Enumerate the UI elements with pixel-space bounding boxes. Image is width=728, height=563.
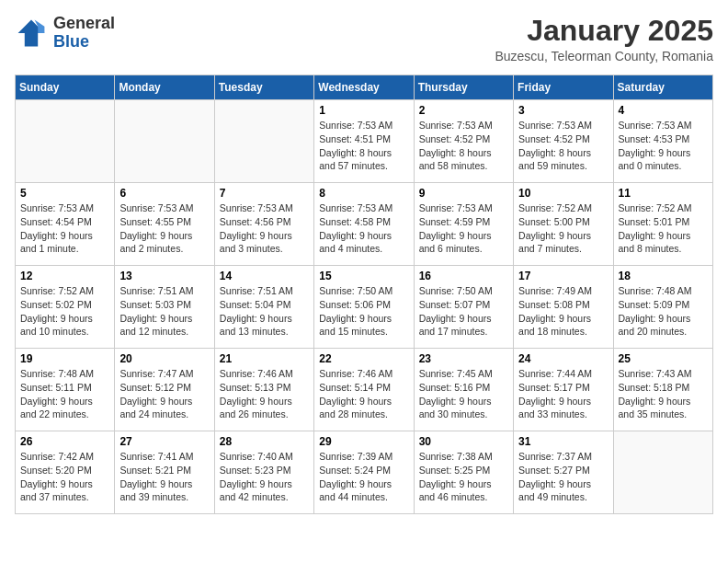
day-number: 4 bbox=[619, 104, 708, 117]
day-number: 10 bbox=[518, 187, 608, 200]
day-info: Sunrise: 7:45 AM Sunset: 5:16 PM Dayligh… bbox=[419, 367, 508, 421]
calendar-cell: 5Sunrise: 7:53 AM Sunset: 4:54 PM Daylig… bbox=[16, 183, 115, 266]
calendar-cell: 25Sunrise: 7:43 AM Sunset: 5:18 PM Dayli… bbox=[613, 349, 712, 431]
day-number: 30 bbox=[419, 435, 508, 448]
day-number: 7 bbox=[220, 187, 309, 200]
day-info: Sunrise: 7:53 AM Sunset: 4:58 PM Dayligh… bbox=[319, 201, 408, 256]
day-number: 21 bbox=[220, 352, 309, 365]
calendar-cell: 2Sunrise: 7:53 AM Sunset: 4:52 PM Daylig… bbox=[414, 100, 513, 183]
day-number: 8 bbox=[319, 187, 408, 200]
day-number: 26 bbox=[20, 435, 109, 448]
week-row-1: 1Sunrise: 7:53 AM Sunset: 4:51 PM Daylig… bbox=[16, 100, 713, 183]
calendar-cell: 23Sunrise: 7:45 AM Sunset: 5:16 PM Dayli… bbox=[414, 349, 513, 431]
calendar-cell: 17Sunrise: 7:49 AM Sunset: 5:08 PM Dayli… bbox=[514, 266, 613, 349]
weekday-header-row: SundayMondayTuesdayWednesdayThursdayFrid… bbox=[16, 75, 713, 100]
day-number: 31 bbox=[518, 435, 608, 448]
title-block: January 2025 Buzescu, Teleorman County, … bbox=[495, 15, 713, 63]
logo-icon bbox=[15, 17, 48, 50]
week-row-5: 26Sunrise: 7:42 AM Sunset: 5:20 PM Dayli… bbox=[16, 431, 713, 514]
day-info: Sunrise: 7:53 AM Sunset: 4:54 PM Dayligh… bbox=[20, 201, 109, 256]
day-number: 9 bbox=[419, 187, 508, 200]
month-title: January 2025 bbox=[495, 15, 713, 47]
day-info: Sunrise: 7:50 AM Sunset: 5:07 PM Dayligh… bbox=[419, 284, 508, 339]
day-number: 24 bbox=[518, 352, 608, 365]
day-info: Sunrise: 7:40 AM Sunset: 5:23 PM Dayligh… bbox=[220, 450, 309, 504]
day-info: Sunrise: 7:37 AM Sunset: 5:27 PM Dayligh… bbox=[518, 450, 608, 504]
day-number: 12 bbox=[20, 270, 109, 282]
weekday-header-friday: Friday bbox=[514, 75, 613, 100]
calendar-cell: 11Sunrise: 7:52 AM Sunset: 5:01 PM Dayli… bbox=[613, 183, 712, 266]
day-number: 23 bbox=[419, 352, 508, 365]
day-number: 22 bbox=[319, 352, 408, 365]
day-info: Sunrise: 7:53 AM Sunset: 4:52 PM Dayligh… bbox=[419, 119, 508, 173]
calendar-cell: 15Sunrise: 7:50 AM Sunset: 5:06 PM Dayli… bbox=[314, 266, 414, 349]
calendar-cell: 27Sunrise: 7:41 AM Sunset: 5:21 PM Dayli… bbox=[115, 431, 214, 514]
day-number: 3 bbox=[518, 104, 608, 117]
calendar-cell: 21Sunrise: 7:46 AM Sunset: 5:13 PM Dayli… bbox=[214, 349, 313, 431]
day-info: Sunrise: 7:48 AM Sunset: 5:09 PM Dayligh… bbox=[619, 284, 708, 339]
calendar-cell: 26Sunrise: 7:42 AM Sunset: 5:20 PM Dayli… bbox=[16, 431, 115, 514]
day-info: Sunrise: 7:47 AM Sunset: 5:12 PM Dayligh… bbox=[119, 367, 209, 421]
day-info: Sunrise: 7:38 AM Sunset: 5:25 PM Dayligh… bbox=[419, 450, 508, 504]
calendar-cell: 4Sunrise: 7:53 AM Sunset: 4:53 PM Daylig… bbox=[613, 100, 712, 183]
day-info: Sunrise: 7:52 AM Sunset: 5:00 PM Dayligh… bbox=[518, 201, 608, 256]
calendar-cell: 20Sunrise: 7:47 AM Sunset: 5:12 PM Dayli… bbox=[115, 349, 214, 431]
day-info: Sunrise: 7:51 AM Sunset: 5:04 PM Dayligh… bbox=[220, 284, 309, 339]
calendar-cell: 22Sunrise: 7:46 AM Sunset: 5:14 PM Dayli… bbox=[314, 349, 414, 431]
day-number: 20 bbox=[119, 352, 209, 365]
day-number: 6 bbox=[119, 187, 209, 200]
calendar-cell: 28Sunrise: 7:40 AM Sunset: 5:23 PM Dayli… bbox=[214, 431, 313, 514]
weekday-header-monday: Monday bbox=[115, 75, 214, 100]
day-info: Sunrise: 7:44 AM Sunset: 5:17 PM Dayligh… bbox=[518, 367, 608, 421]
calendar-cell: 12Sunrise: 7:52 AM Sunset: 5:02 PM Dayli… bbox=[16, 266, 115, 349]
day-number: 27 bbox=[119, 435, 209, 448]
calendar-cell: 8Sunrise: 7:53 AM Sunset: 4:58 PM Daylig… bbox=[314, 183, 414, 266]
page-header: General Blue January 2025 Buzescu, Teleo… bbox=[15, 15, 713, 63]
day-info: Sunrise: 7:53 AM Sunset: 4:51 PM Dayligh… bbox=[319, 119, 408, 173]
day-number: 15 bbox=[319, 270, 408, 282]
day-info: Sunrise: 7:49 AM Sunset: 5:08 PM Dayligh… bbox=[518, 284, 608, 339]
calendar-cell: 29Sunrise: 7:39 AM Sunset: 5:24 PM Dayli… bbox=[314, 431, 414, 514]
weekday-header-tuesday: Tuesday bbox=[214, 75, 313, 100]
week-row-4: 19Sunrise: 7:48 AM Sunset: 5:11 PM Dayli… bbox=[16, 349, 713, 431]
calendar-table: SundayMondayTuesdayWednesdayThursdayFrid… bbox=[15, 75, 713, 514]
calendar-cell: 30Sunrise: 7:38 AM Sunset: 5:25 PM Dayli… bbox=[414, 431, 513, 514]
day-info: Sunrise: 7:41 AM Sunset: 5:21 PM Dayligh… bbox=[119, 450, 209, 504]
day-info: Sunrise: 7:51 AM Sunset: 5:03 PM Dayligh… bbox=[119, 284, 209, 339]
day-number: 17 bbox=[518, 270, 608, 282]
day-number: 1 bbox=[319, 104, 408, 117]
day-info: Sunrise: 7:50 AM Sunset: 5:06 PM Dayligh… bbox=[319, 284, 408, 339]
calendar-cell: 31Sunrise: 7:37 AM Sunset: 5:27 PM Dayli… bbox=[514, 431, 613, 514]
day-number: 11 bbox=[619, 187, 708, 200]
week-row-3: 12Sunrise: 7:52 AM Sunset: 5:02 PM Dayli… bbox=[16, 266, 713, 349]
week-row-2: 5Sunrise: 7:53 AM Sunset: 4:54 PM Daylig… bbox=[16, 183, 713, 266]
calendar-cell: 3Sunrise: 7:53 AM Sunset: 4:52 PM Daylig… bbox=[514, 100, 613, 183]
day-info: Sunrise: 7:48 AM Sunset: 5:11 PM Dayligh… bbox=[20, 367, 109, 421]
calendar-cell: 10Sunrise: 7:52 AM Sunset: 5:00 PM Dayli… bbox=[514, 183, 613, 266]
day-number: 16 bbox=[419, 270, 508, 282]
day-info: Sunrise: 7:39 AM Sunset: 5:24 PM Dayligh… bbox=[319, 450, 408, 504]
day-info: Sunrise: 7:46 AM Sunset: 5:13 PM Dayligh… bbox=[220, 367, 309, 421]
day-number: 5 bbox=[20, 187, 109, 200]
calendar-cell: 1Sunrise: 7:53 AM Sunset: 4:51 PM Daylig… bbox=[314, 100, 414, 183]
day-info: Sunrise: 7:52 AM Sunset: 5:02 PM Dayligh… bbox=[20, 284, 109, 339]
calendar-cell bbox=[214, 100, 313, 183]
weekday-header-sunday: Sunday bbox=[16, 75, 115, 100]
day-info: Sunrise: 7:53 AM Sunset: 4:52 PM Dayligh… bbox=[518, 119, 608, 173]
day-info: Sunrise: 7:43 AM Sunset: 5:18 PM Dayligh… bbox=[619, 367, 708, 421]
calendar-cell: 14Sunrise: 7:51 AM Sunset: 5:04 PM Dayli… bbox=[214, 266, 313, 349]
calendar-cell bbox=[16, 100, 115, 183]
day-info: Sunrise: 7:42 AM Sunset: 5:20 PM Dayligh… bbox=[20, 450, 109, 504]
day-info: Sunrise: 7:53 AM Sunset: 4:56 PM Dayligh… bbox=[220, 201, 309, 256]
day-number: 29 bbox=[319, 435, 408, 448]
calendar-cell: 19Sunrise: 7:48 AM Sunset: 5:11 PM Dayli… bbox=[16, 349, 115, 431]
calendar-cell bbox=[613, 431, 712, 514]
day-number: 19 bbox=[20, 352, 109, 365]
weekday-header-thursday: Thursday bbox=[414, 75, 513, 100]
calendar-cell: 13Sunrise: 7:51 AM Sunset: 5:03 PM Dayli… bbox=[115, 266, 214, 349]
day-number: 25 bbox=[619, 352, 708, 365]
calendar-cell: 9Sunrise: 7:53 AM Sunset: 4:59 PM Daylig… bbox=[414, 183, 513, 266]
day-number: 13 bbox=[119, 270, 209, 282]
weekday-header-wednesday: Wednesday bbox=[314, 75, 414, 100]
calendar-cell: 24Sunrise: 7:44 AM Sunset: 5:17 PM Dayli… bbox=[514, 349, 613, 431]
